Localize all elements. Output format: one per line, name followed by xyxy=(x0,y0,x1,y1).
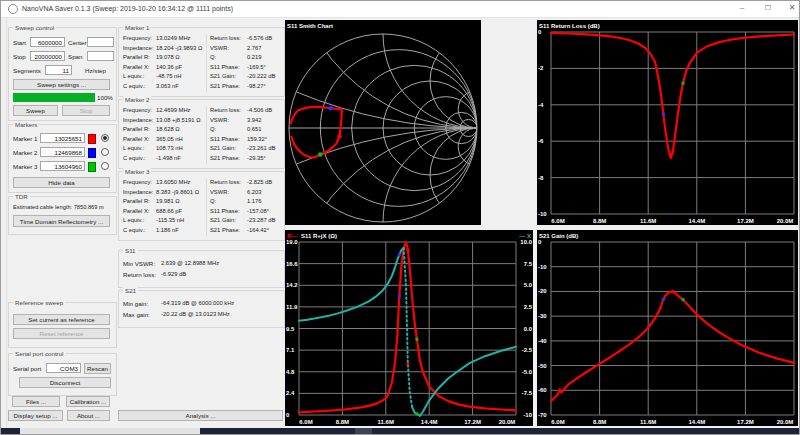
serial-port-input[interactable] xyxy=(46,363,81,373)
close-button[interactable]: ✕ xyxy=(781,0,800,17)
return-loss-chart[interactable]: 0-2-4-6-8-106.0M8.8M11.6M14.4M17.2M20.0M… xyxy=(537,20,798,225)
stop-button[interactable]: Stop xyxy=(62,105,110,116)
tdr-button[interactable]: Time Domain Reflectometry ... xyxy=(13,215,110,227)
svg-text:20.0M: 20.0M xyxy=(499,419,516,425)
marker-color-swatch xyxy=(88,134,96,144)
detail-label: S21 Phase: xyxy=(210,83,240,89)
smith-chart[interactable]: S11 Smith Chart xyxy=(285,20,481,225)
span-input[interactable] xyxy=(87,51,114,61)
svg-text:-4: -4 xyxy=(538,102,544,108)
taskbar-window-segment[interactable] xyxy=(20,428,200,435)
detail-value: 8.383 -j9.8601 Ω xyxy=(156,189,199,195)
analysis-button[interactable]: Analysis ... xyxy=(118,410,283,421)
detail-label: L equiv.: xyxy=(123,145,144,151)
svg-text:7.1: 7.1 xyxy=(286,347,295,353)
s21-summary-legend: S21 xyxy=(123,287,138,294)
rjx-chart[interactable]: 19.010.016.67.514.25.011.92.59.50.07.1-2… xyxy=(285,230,533,426)
detail-label: S11 Phase: xyxy=(210,64,240,70)
detail-label: S11 Phase: xyxy=(210,136,240,142)
min-vswr-value: 2.639 @ 12.8988 MHz xyxy=(161,260,219,266)
detail-label: S21 Phase: xyxy=(210,155,240,161)
min-gain-value: -64.319 dB @ 6000.000 kHz xyxy=(161,300,234,306)
s21-gain-chart[interactable]: 0-10-20-30-40-50-60-706.0M8.8M11.6M14.4M… xyxy=(537,230,798,426)
center-input[interactable] xyxy=(87,37,114,47)
detail-value: 688.66 pF xyxy=(156,208,182,214)
serial-port-legend: Serial port control xyxy=(13,350,66,357)
cable-length-label: Estimated cable length: 7850.869 m xyxy=(13,204,104,210)
center-label: Center xyxy=(68,39,87,46)
about-button[interactable]: About ... xyxy=(67,410,110,421)
marker-frequency-input[interactable] xyxy=(40,161,85,171)
sweep-control-legend: Sweep control xyxy=(13,24,56,31)
detail-value: -4.506 dB xyxy=(247,107,272,113)
sweep-settings-button[interactable]: Sweep settings ... xyxy=(13,79,110,90)
marker-select-radio[interactable] xyxy=(101,134,109,142)
detail-label: L equiv.: xyxy=(123,217,144,223)
taskbar[interactable] xyxy=(0,428,800,435)
taskbar-button-segment[interactable] xyxy=(355,428,372,435)
detail-value: 18.628 Ω xyxy=(156,126,180,132)
svg-text:0: 0 xyxy=(286,412,290,418)
display-setup-button[interactable]: Display setup ... xyxy=(8,410,63,421)
serial-port-group: Serial port control Serial port Rescan D… xyxy=(8,353,117,396)
serial-port-label: Serial port xyxy=(13,365,41,372)
minimize-button[interactable]: – xyxy=(731,0,753,17)
left-scroll-edge xyxy=(0,17,7,428)
detail-value: 0.219 xyxy=(247,54,262,60)
marker-select-radio[interactable] xyxy=(101,148,109,156)
svg-text:S11 Smith Chart: S11 Smith Chart xyxy=(287,23,333,29)
start-input[interactable] xyxy=(30,37,65,47)
detail-value: -157.08° xyxy=(247,208,269,214)
sweep-button[interactable]: Sweep xyxy=(13,105,58,116)
calibration-button[interactable]: Calibration ... xyxy=(66,396,110,407)
reference-sweep-legend: Reference sweep xyxy=(13,299,65,306)
detail-value: 18.204 -j3.9893 Ω xyxy=(156,45,202,51)
detail-value: 365.05 nH xyxy=(156,136,183,142)
detail-value: 3.063 nF xyxy=(156,83,179,89)
detail-value: -6.576 dB xyxy=(247,35,272,41)
maximize-button[interactable]: ☐ xyxy=(757,0,779,17)
rescan-button[interactable]: Rescan xyxy=(84,363,111,374)
detail-label: Q: xyxy=(210,54,216,60)
detail-label: Impedance: xyxy=(123,45,153,51)
svg-text:-20: -20 xyxy=(538,288,547,294)
svg-text:8.8M: 8.8M xyxy=(593,419,606,425)
svg-text:10.0: 10.0 xyxy=(520,239,532,245)
marker-detail-divider xyxy=(206,35,207,92)
marker-input-label: Marker 2 xyxy=(13,149,37,156)
detail-label: Parallel R: xyxy=(123,126,150,132)
svg-text:14.4M: 14.4M xyxy=(688,419,705,425)
segments-label: Segments xyxy=(13,67,41,74)
detail-value: 140.36 pF xyxy=(156,64,182,70)
marker-frequency-input[interactable] xyxy=(40,147,85,157)
svg-text:-2.5: -2.5 xyxy=(522,347,533,353)
svg-text:-70: -70 xyxy=(538,412,547,418)
stop-input[interactable] xyxy=(30,51,65,61)
detail-label: Parallel X: xyxy=(123,136,149,142)
tdr-legend: TDR xyxy=(13,193,30,200)
disconnect-button[interactable]: Disconnect xyxy=(19,377,111,388)
detail-value: 1.186 nF xyxy=(156,227,179,233)
svg-text:14.4M: 14.4M xyxy=(421,419,438,425)
svg-text:-10: -10 xyxy=(538,264,547,270)
marker-frequency-input[interactable] xyxy=(40,133,85,143)
svg-text:8.8M: 8.8M xyxy=(593,218,606,224)
detail-label: S11 Phase: xyxy=(210,208,240,214)
segments-input[interactable] xyxy=(45,65,72,75)
svg-text:4.8: 4.8 xyxy=(286,369,295,375)
detail-label: VSWR: xyxy=(210,117,229,123)
svg-text:0: 0 xyxy=(538,29,542,35)
svg-text:0: 0 xyxy=(538,239,542,245)
detail-value: 3.942 xyxy=(247,117,262,123)
hide-data-button[interactable]: Hide data xyxy=(13,177,110,188)
detail-value: 159.32° xyxy=(247,136,267,142)
set-reference-button[interactable]: Set current as reference xyxy=(13,314,110,325)
svg-text:20.0M: 20.0M xyxy=(777,218,794,224)
s21-summary-group: S21 Min gain: -64.319 dB @ 6000.000 kHz … xyxy=(118,290,285,328)
svg-text:S11 R+jX (Ω): S11 R+jX (Ω) xyxy=(301,233,337,239)
marker-select-radio[interactable] xyxy=(101,162,109,170)
files-button[interactable]: Files ... xyxy=(12,396,60,407)
reset-reference-button[interactable]: Reset reference xyxy=(13,328,110,339)
detail-value: -169.5° xyxy=(247,64,266,70)
svg-text:-10: -10 xyxy=(538,211,547,217)
